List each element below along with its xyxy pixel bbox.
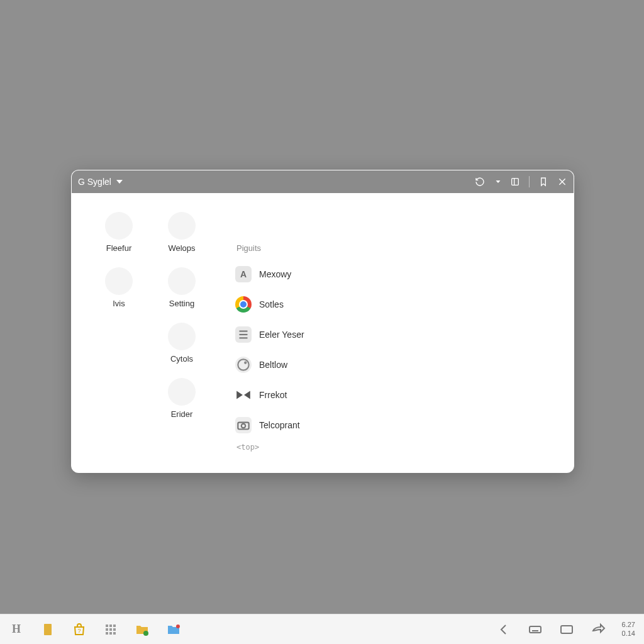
taskbar-clock: 6.27 0.14	[622, 621, 635, 637]
category-tile-erider[interactable]: Erider	[153, 378, 210, 433]
svg-rect-0	[512, 179, 519, 186]
keyboard-icon[interactable]	[528, 622, 543, 637]
app-row-sotles[interactable]: Sotles	[235, 289, 561, 319]
category-icon	[105, 212, 133, 240]
svg-point-7	[238, 359, 248, 370]
category-tile-ivis[interactable]: Ivis	[91, 267, 147, 323]
app-row-eeler-yeser[interactable]: Eeler Yeser	[235, 319, 561, 350]
svg-point-23	[176, 625, 180, 628]
category-label: Fleefur	[106, 243, 131, 253]
svg-rect-16	[106, 628, 108, 631]
svg-rect-18	[113, 628, 116, 631]
svg-rect-13	[106, 625, 108, 627]
app-row-mexowy[interactable]: A Mexowy	[235, 259, 561, 289]
camera-icon	[235, 417, 252, 433]
grid-icon[interactable]	[103, 622, 118, 637]
forward-share-icon[interactable]	[591, 622, 606, 637]
category-label: Ivis	[113, 299, 125, 308]
chevron-down-icon[interactable]	[116, 180, 123, 184]
category-label: Welops	[168, 243, 195, 253]
titlebar-separator	[529, 176, 530, 187]
app-list: A Mexowy Sotles Eeler Yeser	[235, 259, 561, 440]
detail-panel: Piguits A Mexowy Sotles	[223, 193, 574, 472]
refresh-icon[interactable]	[475, 177, 485, 187]
window-title: G Syglel	[78, 177, 111, 187]
svg-text:?: ?	[77, 628, 80, 634]
close-icon[interactable]	[557, 177, 567, 187]
svg-rect-26	[561, 626, 572, 633]
clock-line2: 0.14	[622, 630, 635, 638]
app-label: Frrekot	[259, 390, 287, 400]
app-label: Eeler Yeser	[259, 330, 304, 340]
section-title: Piguits	[236, 243, 561, 253]
dropdown-icon[interactable]	[496, 180, 501, 183]
app-label: Telcoprant	[259, 420, 300, 430]
document-icon	[235, 326, 252, 343]
clock-line1: 6.27	[622, 621, 635, 629]
category-icon	[105, 267, 133, 295]
svg-rect-14	[109, 625, 112, 627]
letter-a-icon: A	[235, 266, 252, 282]
app-window: G Syglel	[71, 170, 574, 473]
back-icon[interactable]	[496, 622, 511, 637]
bookmark-icon[interactable]	[538, 177, 548, 187]
category-grid: Fleefur Welops Ivis Setting Cytols	[72, 193, 223, 472]
category-label: Cytols	[170, 354, 193, 364]
notes-icon[interactable]	[40, 622, 55, 637]
app-row-beltlow[interactable]: Beltlow	[235, 350, 561, 380]
app-row-telcoprant[interactable]: Telcoprant	[235, 410, 561, 440]
app-row-frrekot[interactable]: Frrekot	[235, 380, 561, 410]
svg-rect-24	[530, 626, 541, 633]
category-icon	[168, 212, 196, 240]
chrome-icon	[235, 296, 252, 313]
help-bag-icon[interactable]: ?	[72, 622, 87, 637]
category-icon	[168, 378, 196, 406]
category-tile-setting[interactable]: Setting	[153, 267, 210, 323]
svg-rect-19	[106, 632, 108, 635]
window-titlebar: G Syglel	[72, 170, 574, 193]
category-label: Erider	[171, 409, 193, 419]
taskbar: H ?	[0, 614, 644, 644]
app-label: Sotles	[259, 299, 284, 309]
svg-rect-17	[109, 628, 112, 631]
category-label: Setting	[169, 299, 194, 308]
category-icon	[168, 267, 196, 295]
svg-point-10	[242, 424, 246, 428]
svg-rect-21	[113, 632, 116, 635]
category-tile-fleefur[interactable]: Fleefur	[91, 212, 147, 267]
tag-hint: <top>	[236, 443, 561, 452]
svg-rect-11	[44, 624, 52, 635]
display-icon[interactable]	[559, 622, 574, 637]
folder-alert-icon[interactable]	[166, 622, 181, 637]
category-icon	[168, 323, 196, 350]
folder-sync-icon[interactable]	[135, 622, 150, 637]
panel-icon[interactable]	[510, 177, 520, 187]
app-label: Beltlow	[259, 360, 287, 370]
svg-point-8	[244, 362, 247, 364]
bowtie-icon	[235, 387, 252, 403]
svg-point-22	[143, 631, 148, 636]
globe-icon	[235, 357, 252, 373]
app-label: Mexowy	[259, 269, 291, 279]
svg-rect-20	[109, 632, 112, 635]
category-tile-cytols[interactable]: Cytols	[153, 323, 210, 378]
svg-rect-15	[113, 625, 116, 627]
window-body: Fleefur Welops Ivis Setting Cytols	[72, 193, 574, 472]
category-tile-welops[interactable]: Welops	[153, 212, 210, 267]
home-icon[interactable]: H	[9, 622, 24, 637]
